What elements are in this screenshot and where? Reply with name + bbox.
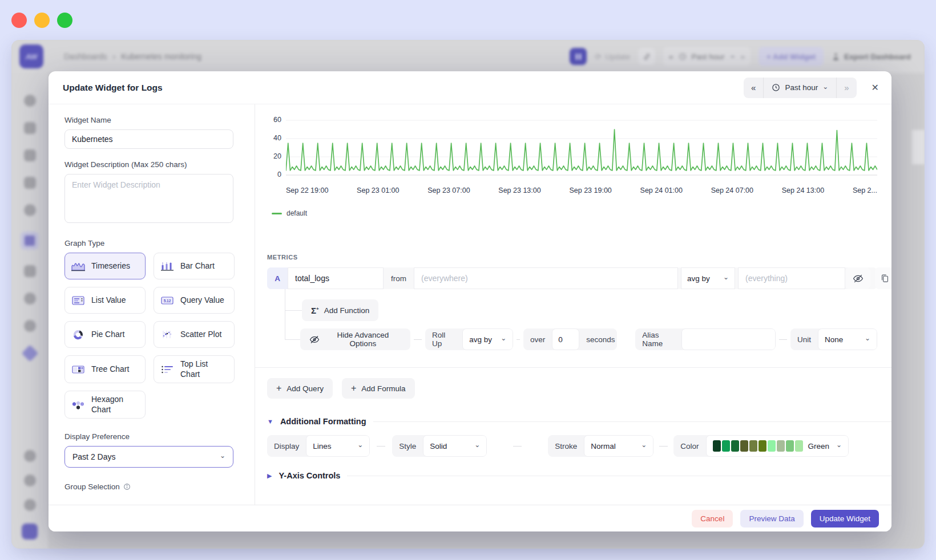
display-preference-select[interactable]: Past 2 Days ⌄ (64, 446, 233, 468)
y-axis-controls-header[interactable]: ▶ Y-Axis Controls (267, 471, 877, 480)
legend-label: default (287, 209, 307, 217)
help-icon[interactable] (24, 474, 36, 486)
graph-type-grid: TimeseriesBar ChartList Value5.12Query V… (64, 253, 233, 419)
update-button[interactable]: ⟳ Update (595, 52, 630, 61)
graph-type-label: Graph Type (64, 239, 233, 247)
time-shift-forward-button[interactable]: » (837, 78, 856, 98)
graph-type-bar-chart[interactable]: Bar Chart (154, 253, 235, 279)
breadcrumb-separator: › (113, 52, 116, 61)
time-shift-back-button[interactable]: « (744, 78, 763, 98)
stroke-label: Stroke (548, 435, 584, 457)
alias-name-input[interactable] (681, 328, 776, 350)
compass-icon[interactable] (24, 204, 36, 216)
seconds-label: seconds (579, 328, 617, 350)
time-range-picker[interactable]: « Past hour ⌄ » (663, 47, 751, 66)
rollup-select[interactable]: avg by ⌄ (462, 328, 513, 350)
y-tick-label: 0 (277, 171, 281, 178)
time-prev-icon[interactable]: « (669, 52, 673, 61)
add-query-button[interactable]: + Add Query (267, 378, 333, 399)
color-select[interactable]: Green ⌄ (706, 435, 849, 457)
sidebar-bottom (22, 450, 38, 539)
hide-advanced-options-button[interactable]: Hide Advanced Options (300, 328, 410, 350)
close-icon[interactable]: ✕ (872, 83, 879, 92)
user-avatar[interactable] (22, 524, 38, 539)
graph-type-list-value[interactable]: List Value (64, 287, 146, 314)
bell-icon[interactable] (24, 450, 36, 462)
maximize-window-button[interactable] (57, 13, 72, 28)
graph-type-label: Timeseries (91, 261, 130, 271)
display-preference-label: Display Preference (64, 432, 233, 441)
integrations-icon[interactable] (21, 345, 38, 362)
graph-type-tree-chart[interactable]: Tree Chart (64, 355, 146, 383)
refresh-icon: ⟳ (595, 52, 601, 61)
graph-type-label: Top List Chart (180, 359, 228, 379)
time-next-icon[interactable]: » (740, 52, 745, 61)
preview-data-button[interactable]: Preview Data (740, 510, 803, 527)
widget-description-input[interactable] (64, 174, 233, 223)
top-list-chart-icon (160, 364, 175, 375)
display-select[interactable]: Lines ⌄ (306, 435, 370, 457)
filter-input[interactable] (414, 267, 678, 289)
chevron-down-icon: ⌄ (474, 441, 480, 448)
app-logo[interactable]: AW (19, 44, 43, 68)
gear-icon[interactable] (24, 499, 36, 511)
svg-text:5.12: 5.12 (164, 299, 171, 303)
graph-type-query-value[interactable]: 5.12Query Value (154, 287, 235, 314)
widget-name-input[interactable] (64, 129, 233, 149)
breadcrumb: Dashboards › Kubernetes monitoring (64, 52, 201, 61)
query-options-tree: Σ+ Add Function Hide Advanced Options Ro… (267, 289, 877, 350)
rollup-interval-input[interactable] (552, 328, 579, 350)
graph-type-hexagon-chart[interactable]: Hexagon Chart (64, 391, 146, 419)
update-widget-button[interactable]: Update Widget (811, 510, 879, 527)
billing-icon[interactable] (24, 293, 36, 305)
deployments-icon[interactable] (24, 265, 36, 277)
dashboards-icon[interactable] (21, 232, 39, 250)
x-tick-label: Sep 23 19:00 (569, 186, 611, 194)
chevron-down-icon: ⌄ (357, 441, 363, 448)
color-swatch (722, 440, 730, 452)
breadcrumb-section[interactable]: Dashboards (64, 52, 107, 61)
document-icon[interactable] (24, 177, 36, 189)
timeseries-plot (286, 115, 877, 178)
aggregation-select[interactable]: avg by ⌄ (681, 267, 735, 289)
add-function-button[interactable]: Σ+ Add Function (302, 299, 378, 321)
time-range-select[interactable]: Past hour ⌄ (763, 78, 837, 98)
export-dashboard-button[interactable]: Export Dashboard (832, 52, 911, 61)
graph-type-pie-chart[interactable]: Pie Chart (64, 321, 146, 348)
graph-type-top-list-chart[interactable]: Top List Chart (154, 355, 235, 383)
modal-footer: Cancel Preview Data Update Widget (49, 505, 891, 531)
home-icon[interactable] (24, 95, 36, 107)
graph-type-timeseries[interactable]: Timeseries (64, 253, 146, 279)
color-swatch-strip (713, 440, 803, 452)
unit-select[interactable]: None ⌄ (818, 328, 877, 350)
toggle-query-visibility-button[interactable] (845, 267, 870, 289)
copy-query-button[interactable] (875, 267, 891, 289)
y-tick-label: 20 (273, 152, 281, 160)
additional-formatting-header[interactable]: ▼ Additional Formatting (267, 417, 877, 426)
cancel-button[interactable]: Cancel (692, 510, 733, 527)
style-select[interactable]: Solid ⌄ (423, 435, 487, 457)
y-axis-labels: 6040200 (267, 115, 286, 178)
graph-type-scatter-plot[interactable]: Scatter Plot (154, 321, 235, 348)
metric-name-input[interactable] (288, 267, 384, 289)
eye-slash-icon (853, 273, 864, 284)
add-formula-button[interactable]: + Add Formula (342, 378, 415, 399)
chat-icon[interactable] (24, 149, 36, 161)
add-widget-button[interactable]: + Add Widget (759, 47, 824, 66)
modal-header: Update Widget for Logs « Past hour ⌄ » ✕ (49, 71, 891, 104)
update-widget-modal: Update Widget for Logs « Past hour ⌄ » ✕… (49, 71, 891, 531)
person-icon (832, 52, 840, 61)
close-window-button[interactable] (11, 13, 27, 28)
stroke-select[interactable]: Normal ⌄ (584, 435, 653, 457)
triangle-right-icon: ▶ (267, 472, 272, 480)
style-control: Style Solid ⌄ (392, 435, 487, 457)
chevron-down-icon: ⌄ (822, 83, 828, 90)
widget-description-label: Widget Description (Max 250 chars) (64, 160, 233, 169)
minimize-window-button[interactable] (34, 13, 50, 28)
tags-icon[interactable] (24, 122, 36, 134)
app-topbar: AW Dashboards › Kubernetes monitoring ⟳ … (11, 40, 925, 73)
settings-icon[interactable] (24, 320, 36, 332)
share-link-button[interactable] (638, 48, 655, 65)
group-by-input[interactable] (738, 267, 845, 289)
pause-refresh-button[interactable] (570, 48, 587, 65)
